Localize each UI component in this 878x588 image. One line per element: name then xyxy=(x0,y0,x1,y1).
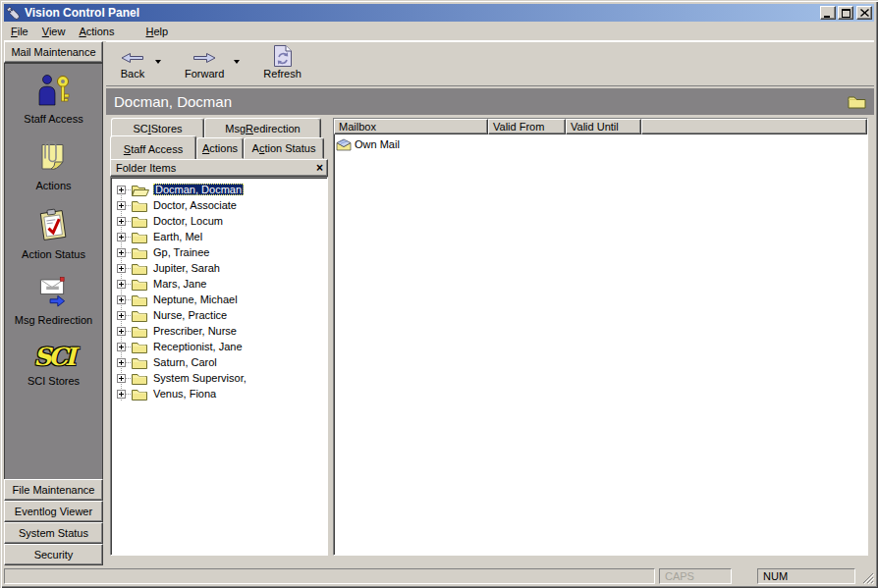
tree-item[interactable]: Prescriber, Nurse xyxy=(111,323,327,339)
tree-connector xyxy=(126,315,131,316)
tree-item[interactable]: Jupiter, Sarah xyxy=(111,260,327,276)
sidebar-item-sci-stores[interactable]: SCI SCI Stores xyxy=(27,343,80,387)
sidebar-item-action-status[interactable]: Action Status xyxy=(22,208,85,260)
tree-item[interactable]: Receptionist, Jane xyxy=(111,339,327,354)
tree-item[interactable]: Saturn, Carol xyxy=(111,354,327,370)
menu-item-actions[interactable]: Actions xyxy=(72,24,121,39)
tree-item[interactable]: Earth, Mel xyxy=(111,229,327,244)
tree-item[interactable]: Doctor, Locum xyxy=(111,213,327,229)
tree-item[interactable]: System Supervisor, xyxy=(111,370,327,386)
msg-redirection-icon xyxy=(36,277,70,311)
action-status-icon xyxy=(37,208,69,245)
tree-connector xyxy=(126,347,131,347)
column-header-valid-until[interactable]: Valid Until xyxy=(566,119,641,134)
column-header-mailbox[interactable]: Mailbox xyxy=(334,119,488,134)
folder-icon xyxy=(132,341,147,353)
tree-item[interactable]: Doctor, Associate xyxy=(111,197,327,213)
back-button[interactable]: Back xyxy=(114,46,151,81)
resize-grip[interactable] xyxy=(859,568,874,584)
mailbox-list: Mailbox Valid From Valid Until xyxy=(333,118,868,556)
expand-icon[interactable] xyxy=(117,358,126,367)
own-mail-icon xyxy=(336,138,352,151)
maximize-button[interactable] xyxy=(838,6,853,20)
tree-connector xyxy=(126,268,131,269)
tree-connector xyxy=(126,252,131,253)
system-status-button[interactable]: System Status xyxy=(4,522,103,544)
close-button[interactable] xyxy=(856,6,872,20)
tree-item[interactable]: Neptune, Michael xyxy=(111,292,327,307)
tree-connector xyxy=(126,331,131,332)
expand-icon[interactable] xyxy=(117,264,126,273)
status-message-panel xyxy=(4,568,655,584)
list-row-own-mail[interactable]: Own Mail xyxy=(334,136,867,152)
expand-icon[interactable] xyxy=(117,343,126,351)
sidebar-item-staff-access[interactable]: Staff Access xyxy=(24,74,82,125)
sidebar-item-label: Staff Access xyxy=(24,113,82,125)
window-title: Vision Control Panel xyxy=(25,6,818,20)
actions-icon xyxy=(36,141,70,177)
column-header-filler xyxy=(641,119,867,134)
sidebar-icon-panel: Staff Access Actions xyxy=(4,63,103,479)
tab-action-status[interactable]: Action Status xyxy=(244,137,324,159)
folder-button[interactable] xyxy=(848,94,866,109)
forward-dropdown-icon[interactable] xyxy=(234,60,240,64)
file-maintenance-button[interactable]: File Maintenance xyxy=(4,479,103,501)
tree-item-label: Gp, Trainee xyxy=(151,246,211,258)
folder-icon xyxy=(132,356,147,369)
sidebar-item-actions[interactable]: Actions xyxy=(35,141,71,191)
refresh-button[interactable]: Refresh xyxy=(257,46,307,81)
content: SCI Stores Msg Redirection Staff Access … xyxy=(106,115,874,565)
expand-icon[interactable] xyxy=(117,295,126,304)
sidebar-item-msg-redirection[interactable]: Msg Redirection xyxy=(15,277,92,326)
tree-item[interactable]: Nurse, Practice xyxy=(111,307,327,323)
staff-access-icon xyxy=(35,74,71,110)
tab-row-front: Staff Access Actions Action Status xyxy=(110,137,328,159)
tree-item[interactable]: Venus, Fiona xyxy=(111,386,327,401)
expand-icon[interactable] xyxy=(117,374,126,383)
close-icon[interactable]: × xyxy=(316,163,323,173)
expand-icon[interactable] xyxy=(117,390,126,399)
refresh-icon xyxy=(273,44,293,68)
expand-icon[interactable] xyxy=(117,217,126,226)
forward-icon xyxy=(192,48,217,68)
tab-actions[interactable]: Actions xyxy=(196,137,244,159)
tree-item[interactable]: Gp, Trainee xyxy=(111,244,327,260)
minimize-button[interactable] xyxy=(820,6,836,20)
folder-icon xyxy=(132,372,147,385)
back-icon xyxy=(120,48,145,68)
expand-icon[interactable] xyxy=(117,311,126,320)
sci-stores-icon: SCI xyxy=(33,343,74,372)
security-button[interactable]: Security xyxy=(4,544,103,565)
tree-connector xyxy=(126,378,131,379)
folder-icon xyxy=(132,325,147,338)
back-dropdown-icon[interactable] xyxy=(155,60,161,64)
sidebar-item-label: Msg Redirection xyxy=(15,314,92,326)
tree-item-label: Doctor, Locum xyxy=(151,215,225,227)
tree-connector xyxy=(126,299,131,300)
statusbar: CAPS NUM xyxy=(4,565,874,584)
folder-tree: Docman, Docman Doctor, Associate xyxy=(110,177,328,556)
menu-item-file[interactable]: File xyxy=(4,24,35,39)
menu-item-help[interactable]: Help xyxy=(139,24,176,39)
expand-icon[interactable] xyxy=(117,201,126,210)
expand-icon[interactable] xyxy=(117,327,126,336)
eventlog-viewer-button[interactable]: Eventlog Viewer xyxy=(4,501,103,522)
mail-maintenance-button[interactable]: Mail Maintenance xyxy=(4,41,103,63)
column-header-valid-from[interactable]: Valid From xyxy=(488,119,566,134)
expand-icon[interactable] xyxy=(117,248,126,257)
tree-item-label: Nurse, Practice xyxy=(151,309,229,321)
folder-items-header: Folder Items × xyxy=(110,159,328,177)
main-area: Back Forward xyxy=(106,41,874,565)
titlebar[interactable]: Vision Control Panel xyxy=(4,4,874,22)
tree-item[interactable]: Mars, Jane xyxy=(111,276,327,292)
sidebar: Mail Maintenance Sta xyxy=(4,41,103,565)
tab-msg-redirection[interactable]: Msg Redirection xyxy=(204,118,321,138)
tree-connector xyxy=(126,284,131,285)
expand-icon[interactable] xyxy=(117,233,126,241)
forward-button[interactable]: Forward xyxy=(179,46,230,81)
tree-item[interactable]: Docman, Docman xyxy=(111,182,327,197)
expand-icon[interactable] xyxy=(117,186,126,194)
expand-icon[interactable] xyxy=(117,280,126,289)
menu-item-view[interactable]: View xyxy=(35,24,73,39)
tab-staff-access[interactable]: Staff Access xyxy=(110,135,196,159)
